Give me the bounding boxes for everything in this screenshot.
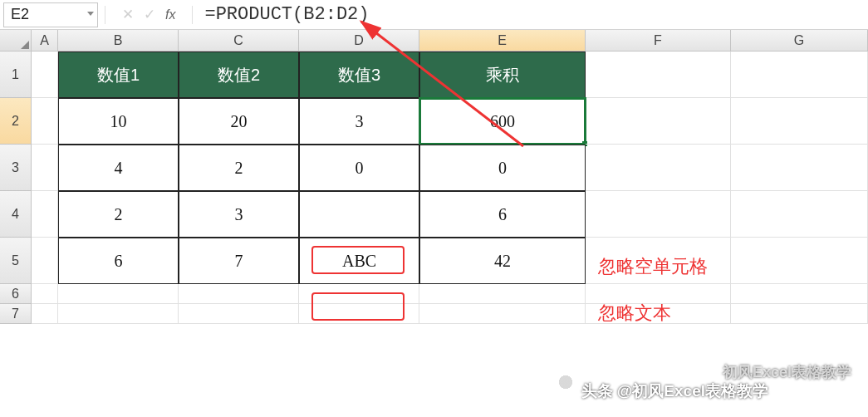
column-headers: A B C D E F G [0,30,868,52]
cell-A2[interactable] [32,98,58,145]
cell-B5[interactable]: 6 [58,238,179,284]
cell-C3[interactable]: 2 [179,145,299,191]
cell-B7[interactable] [58,304,179,324]
cell-A7[interactable] [32,304,58,324]
watermark-logo-icon [554,370,577,394]
row-header-1[interactable]: 1 [0,52,32,98]
row-3: 3 4 2 0 0 [0,145,868,191]
row-header-6[interactable]: 6 [0,284,32,304]
cell-D2[interactable]: 3 [299,98,419,145]
cell-E4[interactable]: 6 [419,191,586,238]
row-1: 1 数值1 数值2 数值3 乘积 [0,52,868,98]
col-header-C[interactable]: C [179,30,299,52]
row-header-7[interactable]: 7 [0,304,32,324]
cell-A1[interactable] [32,52,58,98]
watermark-2: 头条 @初风Excel表格教学 [581,380,768,402]
cell-F3[interactable] [586,145,731,191]
cell-G4[interactable] [731,191,868,238]
cell-F4[interactable] [586,191,731,238]
name-box[interactable]: E2 [3,2,98,27]
rows: 1 数值1 数值2 数值3 乘积 2 10 20 3 600 3 [0,52,868,324]
formula-bar: E2 ✕ ✓ fx =PRODUCT(B2:D2) [0,0,868,30]
spreadsheet-grid: A B C D E F G 1 数值1 数值2 数值3 乘积 2 10 20 3… [0,30,868,324]
col-header-E[interactable]: E [419,30,586,52]
fx-icon[interactable]: fx [165,7,175,22]
cell-C7[interactable] [179,304,299,324]
row-header-4[interactable]: 4 [0,191,32,238]
cell-G3[interactable] [731,145,868,191]
cell-F1[interactable] [586,52,731,98]
formula-bar-icons: ✕ ✓ fx [110,6,187,23]
col-header-D[interactable]: D [299,30,419,52]
row-header-5[interactable]: 5 [0,238,32,284]
cell-A5[interactable] [32,238,58,284]
row-2: 2 10 20 3 600 [0,98,868,145]
cell-E7[interactable] [419,304,586,324]
row-7: 7 [0,304,868,324]
cell-D6[interactable] [299,284,419,304]
cell-D4[interactable] [299,191,419,238]
annotation-ignore-text: 忽略文本 [598,301,671,326]
cell-D3[interactable]: 0 [299,145,419,191]
cell-B2[interactable]: 10 [58,98,179,145]
annotation-ignore-blank: 忽略空单元格 [598,254,708,279]
cell-C1[interactable]: 数值2 [179,52,299,98]
enter-icon[interactable]: ✓ [144,6,155,23]
row-header-2[interactable]: 2 [0,98,32,145]
separator [105,6,105,24]
cell-B6[interactable] [58,284,179,304]
col-header-A[interactable]: A [32,30,58,52]
cell-G2[interactable] [731,98,868,145]
cancel-icon[interactable]: ✕ [122,6,134,23]
cell-A4[interactable] [32,191,58,238]
cell-E3[interactable]: 0 [419,145,586,191]
cell-E6[interactable] [419,284,586,304]
cell-B4[interactable]: 2 [58,191,179,238]
formula-input[interactable]: =PRODUCT(B2:D2) [198,4,868,25]
row-6: 6 [0,284,868,304]
cell-G5[interactable] [731,238,868,284]
cell-C5[interactable]: 7 [179,238,299,284]
name-box-value: E2 [11,6,29,23]
cell-D5[interactable]: ABC [299,238,419,284]
cell-G1[interactable] [731,52,868,98]
col-header-F[interactable]: F [586,30,731,52]
cell-D1[interactable]: 数值3 [299,52,419,98]
cell-value: 600 [490,112,515,131]
cell-E2[interactable]: 600 [419,98,586,145]
watermark-1: 初风Excel表格教学 [723,362,851,382]
cell-B3[interactable]: 4 [58,145,179,191]
cell-C2[interactable]: 20 [179,98,299,145]
row-5: 5 6 7 ABC 42 [0,238,868,284]
cell-D7[interactable] [299,304,419,324]
cell-E5[interactable]: 42 [419,238,586,284]
col-header-B[interactable]: B [58,30,179,52]
col-header-G[interactable]: G [731,30,868,52]
cell-C6[interactable] [179,284,299,304]
cell-B1[interactable]: 数值1 [58,52,179,98]
cell-G7[interactable] [731,304,868,324]
cell-F2[interactable] [586,98,731,145]
cell-G6[interactable] [731,284,868,304]
cell-E1[interactable]: 乘积 [419,52,586,98]
chevron-down-icon[interactable] [87,12,94,16]
cell-A6[interactable] [32,284,58,304]
cell-A3[interactable] [32,145,58,191]
select-all-corner[interactable] [0,30,32,52]
separator [192,6,193,24]
row-header-3[interactable]: 3 [0,145,32,191]
cell-C4[interactable]: 3 [179,191,299,238]
row-4: 4 2 3 6 [0,191,868,238]
